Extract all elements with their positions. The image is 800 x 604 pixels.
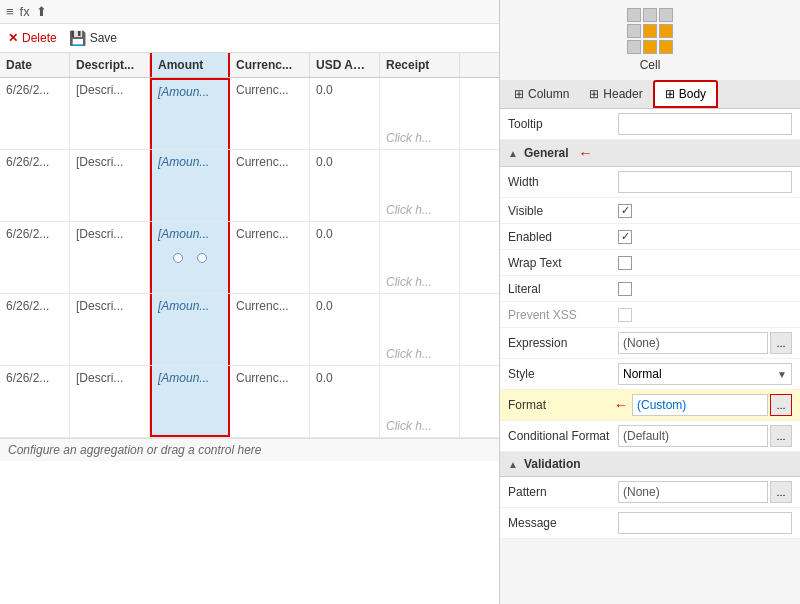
col-description: Descript... bbox=[70, 53, 150, 77]
table-row: 6/26/2... [Descri... [Amoun... Currenc..… bbox=[0, 150, 499, 222]
tabs-row: ⊞ Column ⊞ Header ⊞ Body bbox=[500, 80, 800, 109]
style-dropdown-icon: ▼ bbox=[777, 369, 787, 380]
cell-desc-5: [Descri... bbox=[70, 366, 150, 437]
col-usd: USD Am... bbox=[310, 53, 380, 77]
cell-receipt-1[interactable]: Click h... bbox=[380, 78, 460, 149]
grid-cell-7 bbox=[627, 40, 641, 54]
message-input[interactable] bbox=[618, 512, 792, 534]
menu-icon[interactable]: ≡ bbox=[6, 4, 14, 19]
delete-label: Delete bbox=[22, 31, 57, 45]
prevent-xss-checkbox[interactable] bbox=[618, 308, 632, 322]
pattern-label: Pattern bbox=[508, 485, 618, 499]
cell-receipt-3[interactable]: Click h... bbox=[380, 222, 460, 293]
cell-receipt-4[interactable]: Click h... bbox=[380, 294, 460, 365]
visible-label: Visible bbox=[508, 204, 618, 218]
cell-date-2: 6/26/2... bbox=[0, 150, 70, 221]
save-button[interactable]: 💾 Save bbox=[69, 30, 117, 46]
cell-amount-2[interactable]: [Amoun... bbox=[150, 150, 230, 221]
cell-receipt-5[interactable]: Click h... bbox=[380, 366, 460, 437]
cell-usd-2: 0.0 bbox=[310, 150, 380, 221]
cell-date-4: 6/26/2... bbox=[0, 294, 70, 365]
cell-usd-3: 0.0 bbox=[310, 222, 380, 293]
cell-desc-1: [Descri... bbox=[70, 78, 150, 149]
format-ellipsis-button[interactable]: ... bbox=[770, 394, 792, 416]
function-icon[interactable]: fx bbox=[20, 4, 30, 19]
conditional-format-value: (Default) ... bbox=[618, 425, 792, 447]
width-input[interactable] bbox=[618, 171, 792, 193]
col-receipt: Receipt bbox=[380, 53, 460, 77]
tab-header[interactable]: ⊞ Header bbox=[579, 82, 652, 106]
wrap-text-row: Wrap Text bbox=[500, 250, 800, 276]
cell-date-3: 6/26/2... bbox=[0, 222, 70, 293]
literal-value bbox=[618, 282, 792, 296]
save-floppy-icon: 💾 bbox=[69, 30, 86, 46]
resize-dot-right[interactable] bbox=[197, 253, 207, 263]
style-select[interactable]: Normal ▼ bbox=[618, 363, 792, 385]
cell-currency-3: Currenc... bbox=[230, 222, 310, 293]
resize-handle[interactable] bbox=[173, 253, 207, 263]
table-row: 6/26/2... [Descri... [Amoun... Currenc..… bbox=[0, 222, 499, 294]
grid-cell-8 bbox=[643, 40, 657, 54]
tab-body[interactable]: ⊞ Body bbox=[653, 80, 718, 108]
message-label: Message bbox=[508, 516, 618, 530]
visible-row: Visible bbox=[500, 198, 800, 224]
validation-section-title: Validation bbox=[524, 457, 581, 471]
body-tab-label: Body bbox=[679, 87, 706, 101]
conditional-format-ellipsis-button[interactable]: ... bbox=[770, 425, 792, 447]
prevent-xss-row: Prevent XSS bbox=[500, 302, 800, 328]
expression-label: Expression bbox=[508, 336, 618, 350]
grid-cell-1 bbox=[627, 8, 641, 22]
conditional-format-val-text: (Default) bbox=[623, 429, 669, 443]
status-text: Configure an aggregation or drag a contr… bbox=[8, 443, 262, 457]
format-input[interactable]: (Custom) bbox=[632, 394, 768, 416]
resize-dot-left[interactable] bbox=[173, 253, 183, 263]
visible-checkbox[interactable] bbox=[618, 204, 632, 218]
cell-amount-4[interactable]: [Amoun... bbox=[150, 294, 230, 365]
pattern-input[interactable]: (None) bbox=[618, 481, 768, 503]
col-currency: Currenc... bbox=[230, 53, 310, 77]
col-amount: Amount bbox=[150, 53, 230, 77]
visible-value bbox=[618, 204, 792, 218]
cell-receipt-2[interactable]: Click h... bbox=[380, 150, 460, 221]
pattern-ellipsis-button[interactable]: ... bbox=[770, 481, 792, 503]
expression-value: (None) ... bbox=[618, 332, 792, 354]
grid-cell-3 bbox=[659, 8, 673, 22]
style-row: Style Normal ▼ bbox=[500, 359, 800, 390]
validation-properties: Pattern (None) ... Message bbox=[500, 477, 800, 539]
validation-collapse-icon[interactable]: ▲ bbox=[508, 459, 518, 470]
tab-column[interactable]: ⊞ Column bbox=[504, 82, 579, 106]
toolbar-icons: ≡ fx ⬆ bbox=[0, 0, 499, 24]
format-val-text: (Custom) bbox=[637, 398, 686, 412]
wrap-text-checkbox[interactable] bbox=[618, 256, 632, 270]
grid-header: Date Descript... Amount Currenc... USD A… bbox=[0, 53, 499, 78]
enabled-value bbox=[618, 230, 792, 244]
general-collapse-icon[interactable]: ▲ bbox=[508, 148, 518, 159]
delete-button[interactable]: ✕ Delete bbox=[8, 31, 57, 45]
properties-section-top: Tooltip bbox=[500, 109, 800, 140]
cell-currency-4: Currenc... bbox=[230, 294, 310, 365]
message-value bbox=[618, 512, 792, 534]
toolbar: ✕ Delete 💾 Save bbox=[0, 24, 499, 53]
conditional-format-input[interactable]: (Default) bbox=[618, 425, 768, 447]
status-bar: Configure an aggregation or drag a contr… bbox=[0, 438, 499, 461]
cell-desc-3: [Descri... bbox=[70, 222, 150, 293]
expression-ellipsis-button[interactable]: ... bbox=[770, 332, 792, 354]
general-section-header: ▲ General ← bbox=[500, 140, 800, 167]
upload-icon[interactable]: ⬆ bbox=[36, 4, 47, 19]
tooltip-input[interactable] bbox=[618, 113, 792, 135]
cell-amount-1[interactable]: [Amoun... bbox=[150, 78, 230, 149]
cell-amount-5[interactable]: [Amoun... bbox=[150, 366, 230, 437]
tooltip-row: Tooltip bbox=[500, 109, 800, 140]
literal-checkbox[interactable] bbox=[618, 282, 632, 296]
general-section-title: General bbox=[524, 146, 569, 160]
wrap-text-value bbox=[618, 256, 792, 270]
cell-amount-3[interactable]: [Amoun... bbox=[150, 222, 230, 293]
literal-label: Literal bbox=[508, 282, 618, 296]
enabled-checkbox[interactable] bbox=[618, 230, 632, 244]
validation-section-header: ▲ Validation bbox=[500, 452, 800, 477]
general-red-arrow-icon: ← bbox=[579, 145, 593, 161]
cell-currency-1: Currenc... bbox=[230, 78, 310, 149]
expression-input[interactable]: (None) bbox=[618, 332, 768, 354]
prevent-xss-value bbox=[618, 308, 792, 322]
grid-cell-4 bbox=[627, 24, 641, 38]
